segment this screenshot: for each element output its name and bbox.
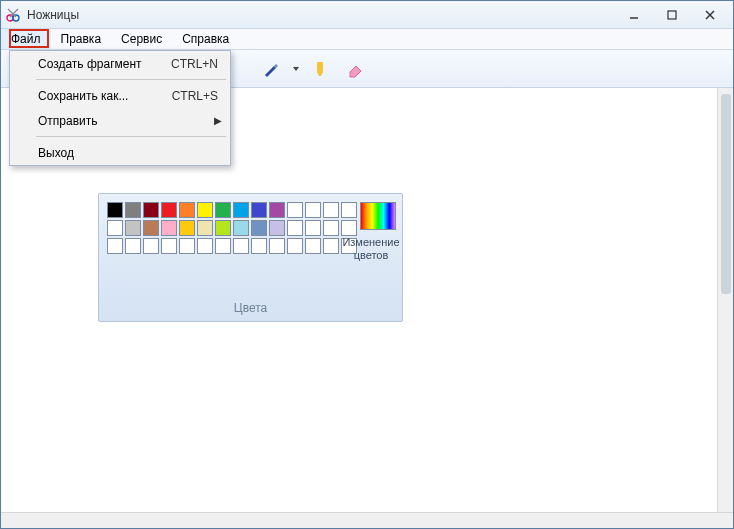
color-swatch[interactable] [125,202,141,218]
color-swatch[interactable] [233,220,249,236]
color-swatch[interactable] [161,202,177,218]
highlighter-tool-button[interactable] [307,55,335,83]
color-swatch[interactable] [215,220,231,236]
color-panel-title: Цвета [99,301,402,315]
window-controls [621,6,729,24]
pen-tool-button[interactable] [257,55,285,83]
color-swatch[interactable] [161,220,177,236]
chevron-right-icon: ▶ [214,115,222,126]
empty-swatch[interactable] [305,220,321,236]
eraser-tool-button[interactable] [341,55,369,83]
svg-rect-5 [668,11,676,19]
scrollbar-thumb[interactable] [721,94,731,294]
close-button[interactable] [697,6,723,24]
pen-dropdown-button[interactable] [291,65,301,73]
color-swatch[interactable] [251,220,267,236]
svg-rect-8 [317,62,323,72]
empty-swatch[interactable] [215,238,231,254]
color-swatch[interactable] [107,202,123,218]
edit-colors-button[interactable] [360,202,396,230]
empty-swatch[interactable] [125,238,141,254]
edit-colors-label: Изменение цветов [340,236,402,262]
vertical-scrollbar[interactable] [717,88,733,512]
menu-item-new-snip[interactable]: Создать фрагмент CTRL+N [10,51,230,76]
color-swatch[interactable] [125,220,141,236]
file-menu-dropdown: Создать фрагмент CTRL+N Сохранить как...… [9,50,231,166]
empty-swatch[interactable] [305,238,321,254]
empty-swatch[interactable] [287,202,303,218]
color-swatch-grid [107,202,357,254]
empty-swatch[interactable] [179,238,195,254]
empty-swatch[interactable] [287,238,303,254]
empty-swatch[interactable] [197,238,213,254]
color-swatch[interactable] [197,202,213,218]
empty-swatch[interactable] [233,238,249,254]
empty-swatch[interactable] [323,238,339,254]
color-swatch[interactable] [143,220,159,236]
svg-point-1 [13,15,19,21]
empty-swatch[interactable] [287,220,303,236]
menu-edit[interactable]: Правка [51,29,112,49]
menu-item-send[interactable]: Отправить ▶ [10,108,230,133]
empty-swatch[interactable] [341,220,357,236]
minimize-button[interactable] [621,6,647,24]
empty-swatch[interactable] [323,220,339,236]
color-swatch[interactable] [107,220,123,236]
empty-swatch[interactable] [341,202,357,218]
color-swatch[interactable] [179,202,195,218]
menu-item-exit[interactable]: Выход [10,140,230,165]
color-swatch[interactable] [251,202,267,218]
empty-swatch[interactable] [161,238,177,254]
empty-swatch[interactable] [107,238,123,254]
menu-item-save-as[interactable]: Сохранить как... CTRL+S [10,83,230,108]
empty-swatch[interactable] [305,202,321,218]
empty-swatch[interactable] [269,238,285,254]
empty-swatch[interactable] [323,202,339,218]
menu-separator [36,136,226,137]
titlebar: Ножницы [1,1,733,29]
empty-swatch[interactable] [251,238,267,254]
menu-tools[interactable]: Сервис [111,29,172,49]
window-title: Ножницы [27,8,621,22]
empty-swatch[interactable] [143,238,159,254]
color-palette-panel: Изменение цветов Цвета [98,193,403,322]
color-swatch[interactable] [233,202,249,218]
app-window: Ножницы Файл Правка Сервис Справка С [0,0,734,529]
color-swatch[interactable] [143,202,159,218]
color-swatch[interactable] [269,202,285,218]
color-swatch[interactable] [179,220,195,236]
svg-point-0 [7,15,13,21]
menubar: Файл Правка Сервис Справка [1,29,733,50]
color-swatch[interactable] [197,220,213,236]
menu-file[interactable]: Файл [1,29,51,49]
app-icon [5,7,21,23]
horizontal-scrollbar[interactable] [1,512,733,528]
color-swatch[interactable] [215,202,231,218]
color-swatch[interactable] [269,220,285,236]
menu-separator [36,79,226,80]
menu-help[interactable]: Справка [172,29,239,49]
maximize-button[interactable] [659,6,685,24]
